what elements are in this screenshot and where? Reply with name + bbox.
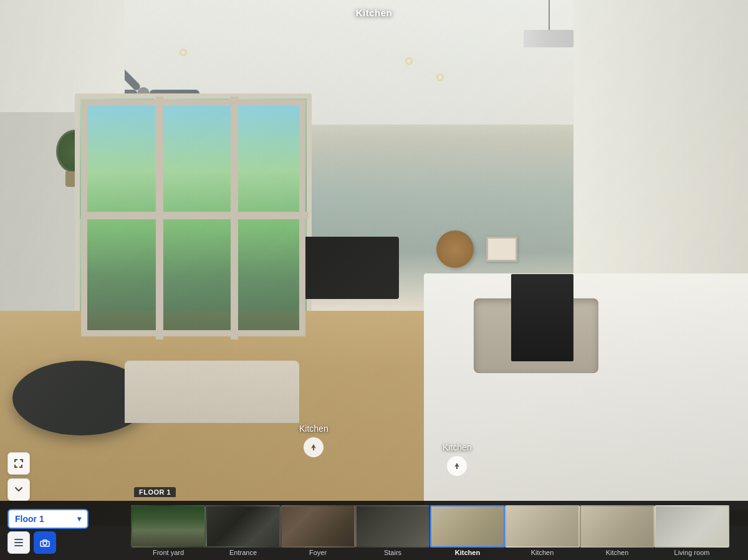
floor-selector[interactable]: Floor 1 ▾: [7, 509, 89, 529]
wall-decor-basket: [436, 230, 474, 268]
floor-dropdown-arrow: ▾: [77, 515, 81, 523]
thumbnail-item-frontyard[interactable]: Front yard: [131, 505, 206, 556]
svg-rect-0: [313, 447, 314, 450]
expand-icon: [13, 458, 24, 469]
thumbnail-item-stairs[interactable]: Stairs: [355, 505, 430, 556]
console-shelf: [511, 274, 573, 361]
floor-dropdown[interactable]: Floor 1 ▾: [7, 509, 89, 529]
list-view-button[interactable]: [7, 531, 30, 554]
window-exterior-view: [81, 100, 305, 336]
floor-badge: FLOOR 1: [134, 487, 176, 497]
thumbnail-item-foyer[interactable]: Foyer: [280, 505, 355, 556]
thumbnail-label-livingroom: Living room: [674, 549, 710, 556]
thumbnail-item-kitchen3[interactable]: Kitchen: [580, 505, 654, 556]
hotspot-kitchen-center[interactable]: Kitchen: [299, 424, 328, 457]
thumbnail-image-stairs: [355, 505, 430, 548]
left-controls: [7, 452, 30, 501]
thumbnail-item-kitchen-active[interactable]: Kitchen: [430, 505, 505, 556]
thumbnail-image-livingroom: [654, 505, 729, 548]
thumbnail-item-entrance[interactable]: Entrance: [206, 505, 280, 556]
thumbnail-item-kitchen2[interactable]: Kitchen: [505, 505, 580, 556]
thumbnail-image-kitchen3: [580, 505, 654, 548]
floor-label: Floor 1: [15, 514, 44, 524]
expand-button[interactable]: [7, 452, 30, 475]
thumbnail-image-kitchen2: [505, 505, 580, 548]
svg-rect-4: [14, 545, 23, 546]
thumbnail-image-frontyard: [131, 505, 206, 548]
navigate-circle-kitchen[interactable]: [304, 437, 324, 457]
recessed-light-3: [405, 57, 413, 65]
photo-mode-button[interactable]: [34, 531, 56, 554]
thumbnail-label-kitchen-active: Kitchen: [455, 549, 480, 556]
chevron-down-icon: [13, 484, 24, 495]
svg-rect-2: [14, 539, 23, 540]
thumbnail-image-entrance: [206, 505, 280, 548]
sofa: [125, 361, 299, 423]
camera-icon: [40, 538, 50, 548]
hotspot-kitchen-right[interactable]: Kitchen: [443, 442, 472, 476]
thumbnail-label-kitchen2: Kitchen: [531, 549, 554, 556]
svg-point-5: [43, 541, 47, 545]
svg-rect-3: [14, 542, 23, 543]
thumbnail-label-frontyard: Front yard: [153, 549, 184, 556]
tv: [299, 237, 399, 299]
thumbnail-label-stairs: Stairs: [384, 549, 401, 556]
svg-rect-1: [456, 466, 458, 469]
recessed-light-1: [180, 49, 187, 56]
room-scene: [0, 0, 748, 560]
kitchen-island: [424, 273, 748, 510]
thumbnail-strip: FLOOR 1 Front yard Entrance: [0, 501, 748, 560]
arrow-icon-right: [453, 462, 461, 470]
recessed-light-4: [436, 74, 444, 81]
top-room-label: Kitchen: [356, 7, 393, 18]
thumbnail-label-foyer: Foyer: [309, 549, 327, 556]
navigate-circle-kitchen-right[interactable]: [447, 456, 467, 476]
thumbnail-image-kitchen-active: [430, 505, 505, 548]
thumbnail-label-entrance: Entrance: [229, 549, 257, 556]
thumbnail-image-foyer: [280, 505, 355, 548]
thumbnail-label-kitchen3: Kitchen: [606, 549, 629, 556]
arrow-icon: [309, 443, 318, 452]
action-buttons: [7, 531, 56, 554]
list-icon: [14, 538, 24, 548]
thumbnail-item-livingroom[interactable]: Living room: [654, 505, 729, 556]
wall-picture: [486, 237, 517, 262]
thumbnails-container: Front yard Entrance Foyer: [131, 501, 729, 560]
chevron-down-button[interactable]: [7, 478, 30, 501]
panorama-view[interactable]: Kitchen Kitchen Kitchen: [0, 0, 748, 560]
